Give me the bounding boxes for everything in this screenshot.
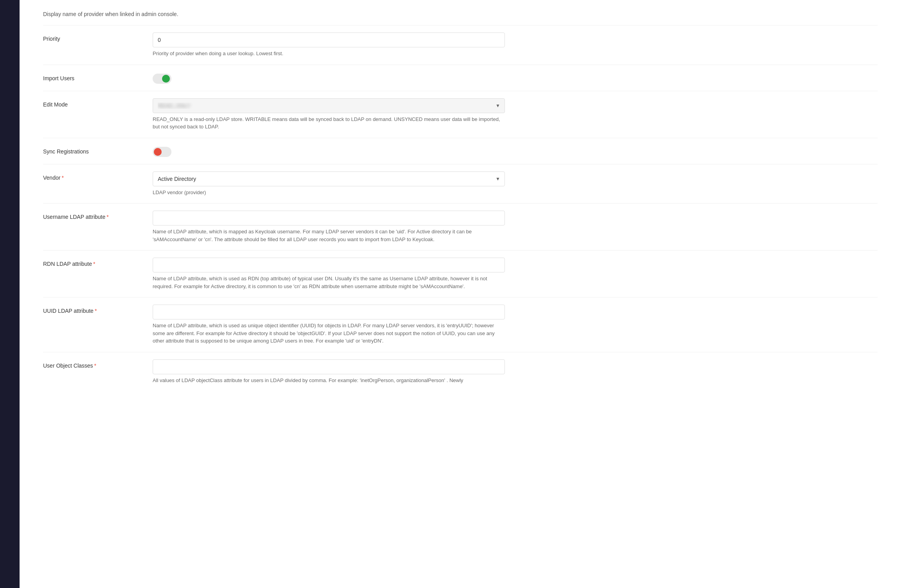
uuid-ldap-row: UUID LDAP attribute* Name of LDAP attrib… xyxy=(43,298,878,352)
import-users-toggle-wrapper xyxy=(153,74,505,84)
rdn-ldap-row: RDN LDAP attribute* Name of LDAP attribu… xyxy=(43,251,878,298)
rdn-ldap-input[interactable] xyxy=(153,258,505,272)
import-users-content xyxy=(153,72,505,84)
sidebar xyxy=(0,0,20,588)
username-ldap-input[interactable] xyxy=(153,211,505,225)
username-ldap-content: Name of LDAP attribute, which is mapped … xyxy=(153,211,505,243)
username-ldap-description: Name of LDAP attribute, which is mapped … xyxy=(153,228,505,243)
sync-registrations-toggle[interactable] xyxy=(153,147,171,157)
user-object-classes-input[interactable] xyxy=(153,359,505,374)
page-container: Display name of provider when linked in … xyxy=(0,0,901,588)
vendor-label: Vendor* xyxy=(43,171,153,181)
rdn-ldap-required-star: * xyxy=(93,261,95,267)
priority-description: Priority of provider when doing a user l… xyxy=(153,50,505,58)
uuid-ldap-required-star: * xyxy=(95,308,97,314)
priority-row: Priority Priority of provider when doing… xyxy=(43,25,878,65)
vendor-row: Vendor* Active Directory Red Hat Directo… xyxy=(43,164,878,204)
user-object-classes-description: All values of LDAP objectClass attribute… xyxy=(153,377,505,384)
user-object-classes-row: User Object Classes* All values of LDAP … xyxy=(43,352,878,391)
vendor-select-wrapper: Active Directory Red Hat Directory Serve… xyxy=(153,171,505,186)
import-users-toggle[interactable] xyxy=(153,74,171,84)
edit-mode-select-wrapper: READ_ONLY WRITABLE UNSYNCED ▼ xyxy=(153,98,505,113)
sync-registrations-toggle-wrapper xyxy=(153,147,505,157)
main-content: Display name of provider when linked in … xyxy=(20,0,901,588)
edit-mode-content: READ_ONLY WRITABLE UNSYNCED ▼ READ_ONLY … xyxy=(153,98,505,131)
import-users-slider xyxy=(153,74,171,84)
import-users-label: Import Users xyxy=(43,72,153,81)
sync-registrations-content xyxy=(153,145,505,157)
user-object-classes-content: All values of LDAP objectClass attribute… xyxy=(153,359,505,384)
edit-mode-label: Edit Mode xyxy=(43,98,153,108)
edit-mode-select[interactable]: READ_ONLY WRITABLE UNSYNCED xyxy=(153,98,505,113)
uuid-ldap-content: Name of LDAP attribute, which is used as… xyxy=(153,305,505,345)
edit-mode-row: Edit Mode READ_ONLY WRITABLE UNSYNCED ▼ … xyxy=(43,91,878,138)
vendor-required-star: * xyxy=(61,175,63,181)
vendor-select[interactable]: Active Directory Red Hat Directory Serve… xyxy=(153,171,505,186)
user-object-classes-required-star: * xyxy=(94,363,96,369)
uuid-ldap-description: Name of LDAP attribute, which is used as… xyxy=(153,322,505,345)
sync-registrations-slider xyxy=(153,147,171,157)
rdn-ldap-label: RDN LDAP attribute* xyxy=(43,258,153,267)
vendor-content: Active Directory Red Hat Directory Serve… xyxy=(153,171,505,197)
username-ldap-row: Username LDAP attribute* Name of LDAP at… xyxy=(43,204,878,251)
priority-input[interactable] xyxy=(153,32,505,47)
user-object-classes-label: User Object Classes* xyxy=(43,359,153,369)
username-ldap-required-star: * xyxy=(106,214,108,220)
vendor-description: LDAP vendor (provider) xyxy=(153,189,505,197)
uuid-ldap-label: UUID LDAP attribute* xyxy=(43,305,153,314)
uuid-ldap-input[interactable] xyxy=(153,305,505,319)
import-users-row: Import Users xyxy=(43,65,878,91)
priority-content: Priority of provider when doing a user l… xyxy=(153,32,505,58)
form-section: Display name of provider when linked in … xyxy=(43,0,878,399)
sync-registrations-row: Sync Registrations xyxy=(43,138,878,164)
priority-label: Priority xyxy=(43,32,153,42)
top-description: Display name of provider when linked in … xyxy=(43,8,878,25)
rdn-ldap-description: Name of LDAP attribute, which is used as… xyxy=(153,275,505,290)
sync-registrations-label: Sync Registrations xyxy=(43,145,153,155)
username-ldap-label: Username LDAP attribute* xyxy=(43,211,153,220)
rdn-ldap-content: Name of LDAP attribute, which is used as… xyxy=(153,258,505,290)
edit-mode-description: READ_ONLY is a read-only LDAP store. WRI… xyxy=(153,115,505,131)
